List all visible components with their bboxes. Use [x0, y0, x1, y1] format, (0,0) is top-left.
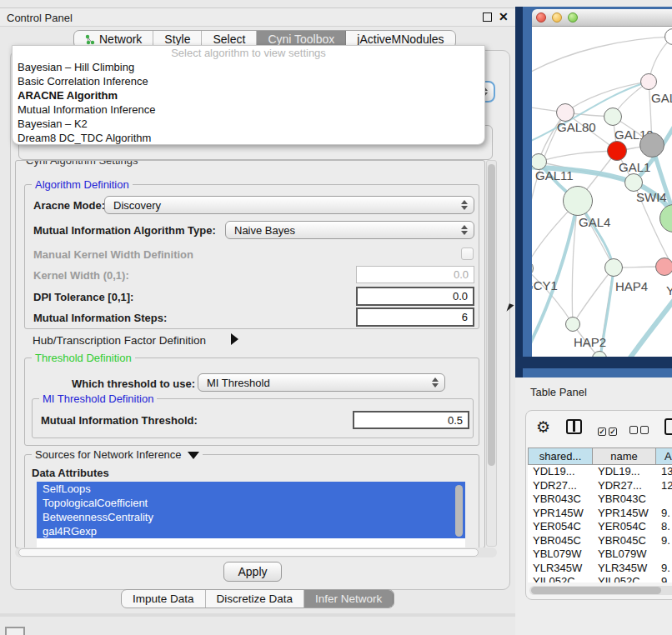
- algorithm-option[interactable]: Bayesian – Hill Climbing: [13, 60, 484, 74]
- control-panel-titlebar[interactable]: Control Panel ✕: [0, 8, 515, 27]
- table-cell[interactable]: YDR27...: [593, 479, 656, 493]
- minimized-panel-icon[interactable]: [5, 627, 25, 635]
- attribute-list-item[interactable]: TopologicalCoefficient: [37, 496, 465, 510]
- settings-horizontal-scrollbar[interactable]: [15, 548, 497, 558]
- table-cell[interactable]: YPR145W: [593, 507, 656, 521]
- zoom-traffic-light[interactable]: [568, 12, 578, 22]
- network-node-label: SWI4: [636, 190, 667, 204]
- settings-vertical-scrollbar[interactable]: [486, 160, 497, 547]
- split-columns-icon[interactable]: [566, 419, 582, 434]
- network-node-label: GAL: [651, 91, 672, 105]
- which-threshold-combo[interactable]: MI Threshold: [198, 373, 445, 392]
- float-window-icon[interactable]: [483, 12, 492, 22]
- apply-button[interactable]: Apply: [223, 562, 282, 582]
- column-header-name[interactable]: name: [593, 448, 656, 465]
- table-cell[interactable]: YIL052C: [593, 575, 656, 582]
- hub-expand-icon[interactable]: [231, 333, 238, 345]
- attribute-list-item[interactable]: BetweennessCentrality: [37, 510, 465, 524]
- network-node-gal10[interactable]: [604, 108, 622, 126]
- table-cell[interactable]: YPR145W: [528, 507, 593, 521]
- new-table-icon[interactable]: [664, 418, 672, 435]
- table-row[interactable]: YPR145WYPR145W9.: [528, 507, 672, 521]
- table-row[interactable]: YBL079WYBL079W: [528, 548, 672, 562]
- column-header-next[interactable]: A: [656, 448, 672, 465]
- table-row[interactable]: YBR045CYBR045C9.: [528, 534, 672, 548]
- table-cell[interactable]: 13: [656, 465, 672, 479]
- algorithm-option[interactable]: Dream8 DC_TDC Algorithm: [13, 131, 484, 145]
- table-cell[interactable]: YBL079W: [593, 548, 656, 562]
- table-cell[interactable]: 9.: [656, 534, 672, 548]
- mi-steps-field[interactable]: 6: [356, 308, 474, 327]
- network-node-gal80[interactable]: [556, 103, 574, 122]
- table-cell[interactable]: 9.: [656, 562, 672, 576]
- table-cell[interactable]: 9.: [656, 507, 672, 521]
- network-canvas[interactable]: GALGAL80GAL10GAL1GAL11SWI4GAL4GCY1HAP4YH…: [532, 27, 672, 357]
- minimize-traffic-light[interactable]: [552, 12, 562, 22]
- table-cell[interactable]: YBR045C: [593, 534, 656, 548]
- table-row[interactable]: YLR345WYLR345W9.: [528, 562, 672, 576]
- table-cell[interactable]: YDR27...: [528, 479, 593, 493]
- table-cell[interactable]: YBR043C: [593, 492, 656, 507]
- table-cell[interactable]: 8.: [656, 520, 672, 534]
- mi-threshold-field[interactable]: 0.5: [353, 411, 469, 429]
- attribute-list-item[interactable]: SelfLoops: [37, 482, 465, 496]
- algorithm-option-selected[interactable]: ARACNE Algorithm: [13, 88, 484, 102]
- table-row[interactable]: YDR27...YDR27...12: [528, 479, 672, 493]
- tab-infer-network[interactable]: Infer Network: [304, 590, 394, 608]
- aracne-mode-combo[interactable]: Discovery: [104, 196, 474, 214]
- network-node-gal4[interactable]: [563, 186, 593, 216]
- hub-definition-label[interactable]: Hub/Transcription Factor Definition: [33, 334, 206, 347]
- manual-kernel-checkbox[interactable]: [461, 248, 474, 260]
- dpi-tolerance-field[interactable]: 0.0: [356, 287, 474, 306]
- table-cell[interactable]: YLR345W: [528, 562, 593, 576]
- table-cell[interactable]: [656, 492, 672, 507]
- table-cell[interactable]: YDL19...: [593, 465, 656, 479]
- column-header-shared-name[interactable]: shared...: [528, 448, 593, 465]
- network-node-gal[interactable]: [640, 73, 657, 90]
- kernel-width-field[interactable]: 0.0: [356, 266, 474, 283]
- network-window-titlebar[interactable]: [532, 9, 672, 27]
- table-cell[interactable]: YBR045C: [528, 534, 593, 548]
- attributes-list-scrollbar[interactable]: [455, 485, 463, 537]
- table-row[interactable]: YER054CYER054C8.: [528, 520, 672, 534]
- table-cell[interactable]: YER054C: [593, 520, 656, 534]
- network-node-hap2[interactable]: [565, 317, 580, 332]
- close-window-icon[interactable]: ✕: [499, 10, 509, 23]
- close-traffic-light[interactable]: [536, 12, 546, 22]
- algorithm-option[interactable]: Basic Correlation Inference: [13, 74, 484, 88]
- settings-horizontal-scrollbar-thumb[interactable]: [18, 548, 479, 557]
- select-all-checks-icon[interactable]: ✓✓: [598, 422, 617, 438]
- table-cell[interactable]: [656, 548, 672, 562]
- network-node-gal1[interactable]: [607, 141, 627, 161]
- table-cell[interactable]: YBL079W: [528, 548, 593, 562]
- network-node-swi4[interactable]: [624, 173, 643, 192]
- data-attributes-list[interactable]: SelfLoopsTopologicalCoefficientBetweenne…: [37, 482, 465, 548]
- attribute-list-item[interactable]: gal4RGexp: [37, 524, 465, 538]
- table-cell[interactable]: YLR345W: [593, 562, 656, 576]
- table-cell[interactable]: YIL052C: [528, 575, 593, 582]
- table-row[interactable]: YDL19...YDL19...13: [528, 465, 672, 479]
- manual-kernel-label: Manual Kernel Width Definition: [33, 248, 193, 261]
- network-node-y[interactable]: [655, 258, 672, 276]
- table-row[interactable]: YIL052CYIL052C9.: [528, 575, 672, 582]
- clear-all-checks-icon[interactable]: [629, 422, 649, 438]
- table-cell[interactable]: YER054C: [528, 520, 593, 534]
- tab-impute-data[interactable]: Impute Data: [122, 590, 206, 608]
- mi-type-combo[interactable]: Naive Bayes: [225, 221, 474, 239]
- settings-vertical-scrollbar-thumb[interactable]: [488, 164, 495, 466]
- table-horizontal-scrollbar-thumb[interactable]: [531, 587, 661, 594]
- table-cell[interactable]: YDL19...: [528, 465, 593, 479]
- table-cell[interactable]: YBR043C: [528, 492, 593, 507]
- algorithm-option[interactable]: Bayesian – K2: [13, 117, 484, 131]
- sources-title[interactable]: Sources for Network Inference: [35, 448, 182, 461]
- algorithm-option[interactable]: Mutual Information Inference: [13, 102, 484, 117]
- table-cell[interactable]: 9.: [656, 575, 672, 582]
- network-node[interactable]: [639, 132, 664, 158]
- sources-collapse-icon[interactable]: [188, 452, 199, 459]
- gear-icon[interactable]: ⚙: [536, 418, 550, 437]
- table-cell[interactable]: 12: [656, 479, 672, 493]
- network-node-hap4[interactable]: [604, 258, 623, 277]
- table-row[interactable]: YBR043CYBR043C: [528, 492, 672, 507]
- table-horizontal-scrollbar[interactable]: [529, 586, 672, 595]
- tab-discretize-data[interactable]: Discretize Data: [206, 590, 305, 608]
